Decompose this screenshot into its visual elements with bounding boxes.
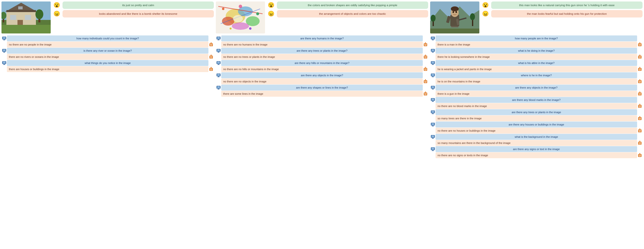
svg-rect-219 (639, 132, 641, 132)
chat-row-col1-2: is there any river or ocean in the image… (2, 48, 214, 54)
chat-row-col2-9: there are some lines in the image (216, 91, 428, 97)
svg-rect-109 (218, 89, 220, 90)
svg-rect-45 (210, 70, 212, 70)
svg-rect-97 (218, 76, 219, 77)
svg-point-215 (433, 123, 433, 123)
chat-icon-answer-col2-1 (423, 42, 428, 47)
svg-rect-151 (639, 56, 640, 57)
chat-text-col1-0: how many individuals could you count in … (7, 36, 208, 41)
svg-rect-157 (432, 62, 434, 64)
chat-text-col3-3: there he is looking somewhere in the ima… (436, 54, 637, 60)
svg-rect-153 (639, 58, 641, 58)
opinion-card-col2-0: 😮the colors and broken shapes are oddly … (266, 2, 428, 9)
chat-row-col3-5: he is wearing a jacket and pants in the … (430, 66, 642, 72)
chat-icon-question-col1-0 (2, 36, 7, 41)
chat-text-col3-8: are there any objects in the image? (436, 85, 637, 90)
column-col3: 😮this man looks like a natural carrying … (430, 2, 642, 158)
chat-icon-answer-col3-15 (637, 128, 642, 133)
svg-rect-68 (424, 44, 425, 45)
svg-rect-112 (424, 93, 425, 94)
svg-rect-101 (424, 81, 425, 82)
svg-rect-173 (639, 81, 640, 82)
chat-text-col3-6: where is he in the image? (436, 72, 637, 78)
chat-icon-answer-col3-7 (637, 79, 642, 84)
chat-icon-question-col2-2 (216, 48, 221, 54)
chat-row-col3-9: there is a gun in the image (430, 91, 642, 97)
top-section-col3: 😮this man looks like a natural carrying … (430, 2, 642, 34)
svg-rect-43 (210, 69, 211, 70)
svg-rect-111 (424, 92, 427, 96)
svg-rect-150 (638, 56, 642, 58)
svg-rect-44 (212, 69, 212, 70)
chat-icon-answer-col3-1 (637, 42, 642, 47)
chat-text-col2-9: there are some lines in the image (221, 91, 423, 97)
svg-rect-241 (639, 156, 641, 156)
chat-rows-col3: how many people are in the image?there i… (430, 36, 642, 158)
chat-text-col2-1: no there are no humans in the image (221, 42, 423, 48)
svg-rect-78 (424, 56, 427, 58)
svg-rect-148 (432, 52, 434, 53)
chat-text-col3-12: are there any trees or plants in the ima… (436, 109, 637, 115)
image-house (2, 2, 51, 34)
svg-rect-206 (639, 118, 640, 118)
svg-rect-75 (218, 52, 219, 52)
svg-rect-98 (218, 77, 220, 77)
opinion-bubble-col3-1: the man looks fearful but sad holding on… (491, 10, 642, 18)
chat-text-col2-5: no there are no hills or mountains in th… (221, 66, 423, 72)
top-section-col2: 😮the colors and broken shapes are oddly … (216, 2, 428, 34)
svg-rect-91 (426, 69, 426, 70)
svg-rect-38 (3, 62, 6, 64)
chat-text-col1-3: there are no rivers or oceans in the ima… (7, 54, 208, 60)
chat-row-col1-0: how many individuals could you count in … (2, 36, 214, 41)
chat-icon-question-col3-12 (430, 110, 436, 115)
opinion-bubble-col2-0: the colors and broken shapes are oddly s… (277, 2, 428, 9)
svg-rect-212 (432, 123, 434, 125)
chat-text-col1-4: what things do you notice in the image (7, 60, 208, 66)
svg-rect-207 (640, 118, 641, 118)
svg-rect-230 (639, 144, 641, 144)
chat-icon-question-col1-4 (2, 60, 7, 66)
svg-rect-90 (424, 69, 425, 70)
svg-rect-194 (638, 105, 642, 108)
chat-row-col2-6: are there any objects in the image? (216, 72, 428, 78)
svg-point-122 (470, 13, 475, 20)
svg-rect-100 (424, 80, 427, 83)
chat-row-col3-4: what is his attire in the image? (430, 60, 642, 66)
svg-rect-186 (639, 94, 641, 95)
svg-point-66 (218, 37, 219, 37)
emoji-col3-1: 😠 (481, 10, 490, 17)
svg-rect-228 (639, 142, 640, 143)
chat-icon-answer-col3-11 (637, 103, 642, 109)
chat-row-col3-14: are there any houses or buildings in the… (430, 122, 642, 128)
chat-icon-question-col3-18 (430, 146, 436, 152)
chat-icon-answer-col3-9 (637, 91, 642, 96)
chat-text-col1-1: no there are no people in the image (7, 42, 208, 48)
chat-row-col3-19: no there are no signs or texts in the im… (430, 152, 642, 158)
svg-rect-195 (639, 106, 640, 106)
chat-icon-question-col2-8 (216, 85, 221, 90)
chat-row-col1-4: what things do you notice in the image (2, 60, 214, 66)
svg-point-126 (451, 6, 459, 11)
chat-row-col3-8: are there any objects in the image? (430, 85, 642, 90)
svg-point-226 (433, 135, 433, 136)
chat-text-col3-0: how many people are in the image? (436, 36, 637, 41)
chat-text-col3-15: no there are no houses or buildings in t… (436, 128, 637, 134)
chat-row-col1-3: there are no rivers or oceans in the ima… (2, 54, 214, 60)
chat-icon-question-col2-4 (216, 60, 221, 66)
svg-rect-227 (638, 142, 642, 145)
svg-rect-102 (426, 81, 426, 82)
svg-rect-23 (210, 45, 212, 46)
chat-text-col3-10: are there any blood marks in the image? (436, 97, 637, 103)
chat-text-col3-11: no there are no blood marks in the image (436, 103, 637, 109)
svg-rect-214 (432, 126, 434, 126)
svg-rect-113 (426, 93, 426, 94)
svg-rect-147 (432, 52, 433, 52)
chat-row-col3-7: he is on the mountains in the image (430, 78, 642, 84)
chat-text-col2-6: are there any objects in the image? (221, 72, 423, 78)
svg-point-30 (4, 49, 4, 50)
opinions-col1: 😮its just so pretty and calm😠looks aband… (52, 2, 214, 18)
svg-point-120 (431, 15, 436, 22)
opinion-bubble-col3-0: this man looks like a natural carrying t… (491, 2, 642, 9)
svg-rect-190 (432, 99, 434, 100)
chat-text-col3-1: there is a man in the image (436, 42, 637, 48)
